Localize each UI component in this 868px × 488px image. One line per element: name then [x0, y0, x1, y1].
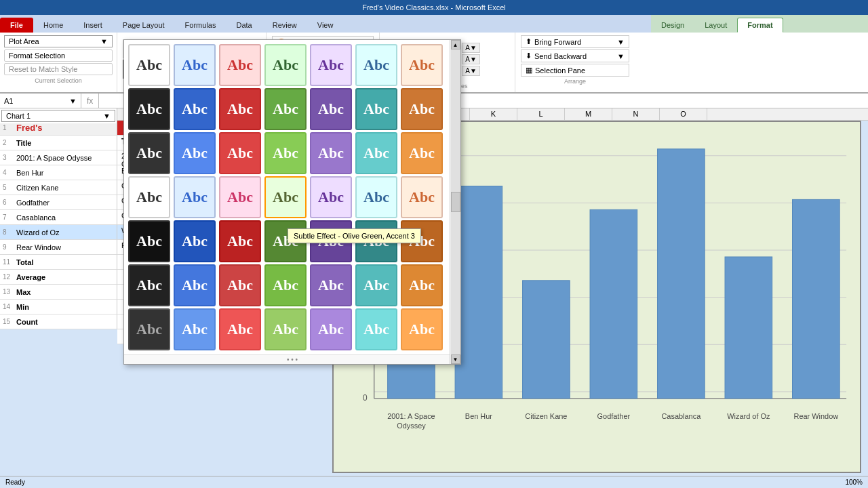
- abc-btn-1-5[interactable]: Abc: [310, 44, 352, 86]
- cell-reference-box[interactable]: A1 ▼: [0, 94, 81, 108]
- tab-pagelayout[interactable]: Page Layout: [113, 18, 175, 33]
- tab-review[interactable]: Review: [262, 18, 307, 33]
- movie-row-6: 8 Wizard of Oz: [0, 225, 117, 240]
- arrange-section: ⬆ Bring Forward ▼ ⬇ Send Backward ▼ ▦ Se…: [515, 33, 635, 92]
- abc-btn-7-4[interactable]: Abc: [264, 308, 307, 350]
- abc-btn-6-1[interactable]: Abc: [128, 264, 170, 306]
- formula-fx: fx: [81, 96, 98, 106]
- stat-row-count: 15 Count: [0, 314, 117, 329]
- abc-btn-3-6[interactable]: Abc: [355, 132, 397, 174]
- tab-file[interactable]: File: [0, 18, 33, 33]
- ribbon-tabs: File Home Insert Page Layout Formulas Da…: [0, 15, 651, 33]
- col-header-l: L: [517, 108, 565, 120]
- stat-row-avg: 12 Average: [0, 270, 117, 285]
- tab-design[interactable]: Design: [651, 18, 694, 33]
- abc-btn-4-4[interactable]: Abc: [264, 176, 307, 218]
- movie-row-1: 3 2001: A Space Odysse: [0, 150, 117, 165]
- scroll-up-btn[interactable]: ▲: [451, 40, 460, 49]
- wordart-popup: Abc Abc Abc Abc Abc Abc Abc Abc Abc Abc …: [123, 39, 461, 365]
- abc-btn-7-2[interactable]: Abc: [174, 308, 216, 350]
- abc-btn-2-5[interactable]: Abc: [310, 88, 352, 130]
- tab-formulas[interactable]: Formulas: [175, 18, 226, 33]
- abc-btn-3-2[interactable]: Abc: [174, 132, 216, 174]
- abc-btn-2-1[interactable]: Abc: [128, 88, 170, 130]
- bring-forward-button[interactable]: ⬆ Bring Forward ▼: [521, 35, 629, 48]
- abc-btn-3-1[interactable]: Abc: [128, 132, 170, 174]
- scroll-track-2: [451, 212, 460, 354]
- status-ready: Ready: [5, 479, 25, 486]
- abc-btn-7-3[interactable]: Abc: [219, 308, 261, 350]
- tab-view[interactable]: View: [307, 18, 344, 33]
- abc-btn-2-7[interactable]: Abc: [401, 88, 443, 130]
- abc-btn-1-6[interactable]: Abc: [355, 44, 397, 86]
- abc-btn-2-2[interactable]: Abc: [174, 88, 216, 130]
- abc-btn-7-1[interactable]: Abc: [128, 308, 170, 350]
- movie-row-4: 6 Godfather: [0, 195, 117, 210]
- send-backward-arrow: ▼: [617, 52, 625, 60]
- abc-btn-3-3[interactable]: Abc: [219, 132, 261, 174]
- arrange-label: Arrange: [521, 78, 629, 85]
- name-box-container: Plot Area ▼: [4, 35, 113, 47]
- dropdown-arrow: ▼: [100, 37, 108, 45]
- text-effects-button[interactable]: A▼: [462, 66, 480, 76]
- abc-btn-6-7[interactable]: Abc: [401, 264, 443, 306]
- abc-btn-4-7[interactable]: Abc: [401, 176, 443, 218]
- abc-btn-6-5[interactable]: Abc: [310, 264, 352, 306]
- format-selection-button[interactable]: Format Selection: [4, 49, 113, 62]
- abc-btn-1-2[interactable]: Abc: [174, 44, 216, 86]
- wordart-grid: Abc Abc Abc Abc Abc Abc Abc Abc Abc Abc …: [124, 40, 460, 354]
- popup-scrollbar[interactable]: ▲ ▼: [450, 40, 460, 364]
- current-selection-label: Current Selection: [4, 77, 113, 84]
- text-outline-button[interactable]: A▼: [462, 54, 480, 64]
- abc-btn-3-5[interactable]: Abc: [310, 132, 352, 174]
- abc-btn-7-6[interactable]: Abc: [355, 308, 397, 350]
- abc-btn-7-7[interactable]: Abc: [401, 308, 443, 350]
- abc-btn-5-3[interactable]: Abc: [219, 220, 261, 262]
- abc-btn-7-5[interactable]: Abc: [310, 308, 352, 350]
- movie-row-7: 9 Rear Window: [0, 240, 117, 255]
- abc-btn-6-3[interactable]: Abc: [219, 264, 261, 306]
- tab-format[interactable]: Format: [737, 18, 783, 33]
- abc-btn-2-4[interactable]: Abc: [264, 88, 307, 130]
- abc-btn-6-2[interactable]: Abc: [174, 264, 216, 306]
- cell-ref-arrow: ▼: [69, 97, 77, 105]
- abc-btn-1-4[interactable]: Abc: [264, 44, 307, 86]
- name-box[interactable]: Plot Area ▼: [4, 35, 113, 47]
- abc-btn-4-5[interactable]: Abc: [310, 176, 352, 218]
- abc-btn-4-6[interactable]: Abc: [355, 176, 397, 218]
- selection-pane-button[interactable]: ▦ Selection Pane: [521, 64, 629, 77]
- title-text: Fred's Video Classics.xlsx - Microsoft E…: [362, 3, 506, 12]
- tab-data[interactable]: Data: [226, 18, 262, 33]
- tab-home[interactable]: Home: [33, 18, 73, 33]
- abc-btn-3-4[interactable]: Abc: [264, 132, 307, 174]
- abc-btn-6-4[interactable]: Abc: [264, 264, 307, 306]
- abc-btn-2-6[interactable]: Abc: [355, 88, 397, 130]
- status-bar: Ready 100%: [0, 476, 868, 488]
- tab-layout[interactable]: Layout: [694, 18, 737, 33]
- chart-area-dropdown[interactable]: Chart 1 ▼: [1, 110, 115, 122]
- abc-btn-4-2[interactable]: Abc: [174, 176, 216, 218]
- col-header-k: K: [470, 108, 517, 120]
- tab-insert[interactable]: Insert: [73, 18, 113, 33]
- abc-btn-1-1[interactable]: Abc: [128, 44, 170, 86]
- scroll-down-btn[interactable]: ▼: [451, 354, 460, 364]
- abc-btn-1-3[interactable]: Abc: [219, 44, 261, 86]
- reset-style-button[interactable]: Reset to Match Style: [4, 63, 113, 75]
- abc-btn-5-1[interactable]: Abc: [128, 220, 170, 262]
- abc-btn-4-3[interactable]: Abc: [219, 176, 261, 218]
- abc-btn-5-2[interactable]: Abc: [174, 220, 216, 262]
- abc-btn-4-1[interactable]: Abc: [128, 176, 170, 218]
- col-header-n: N: [612, 108, 660, 120]
- movie-row-3: 5 Citizen Kane: [0, 180, 117, 195]
- text-fill-button[interactable]: A▼: [462, 43, 480, 53]
- svg-rect-18: [590, 209, 637, 399]
- abc-btn-2-3[interactable]: Abc: [219, 88, 261, 130]
- abc-btn-3-7[interactable]: Abc: [401, 132, 443, 174]
- send-backward-button[interactable]: ⬇ Send Backward ▼: [521, 49, 629, 62]
- abc-btn-1-7[interactable]: Abc: [401, 44, 443, 86]
- svg-rect-16: [455, 186, 502, 399]
- movie-row-2: 4 Ben Hur: [0, 165, 117, 180]
- abc-btn-6-6[interactable]: Abc: [355, 264, 397, 306]
- scroll-thumb[interactable]: [451, 192, 460, 212]
- expand-dots: • • •: [287, 356, 298, 363]
